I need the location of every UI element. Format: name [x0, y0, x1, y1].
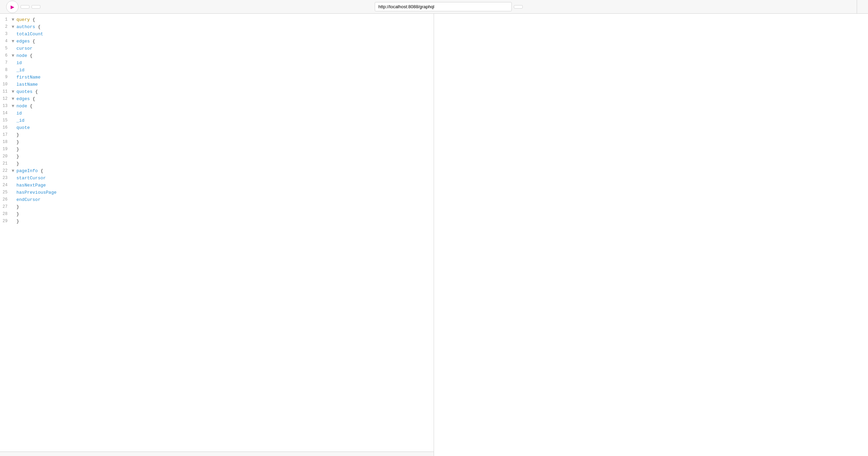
line-content: edges { [16, 38, 432, 45]
line-number: 6 [1, 52, 12, 59]
line-content: node { [16, 52, 432, 60]
query-line: 2▼authors { [0, 24, 434, 31]
query-line: 14 id [0, 110, 434, 117]
endpoint-input[interactable] [375, 2, 512, 11]
query-line: 26 endCursor [0, 196, 434, 204]
line-content: _id [16, 67, 432, 74]
line-number: 17 [1, 132, 12, 138]
query-editor[interactable]: 1▼query {2▼authors {3 totalCount4▼edges … [0, 14, 434, 452]
query-line: 13▼node { [0, 103, 434, 110]
line-number: 4 [1, 38, 12, 45]
fold-toggle[interactable]: ▼ [12, 168, 16, 175]
line-number: 27 [1, 204, 12, 210]
line-content: } [16, 153, 432, 160]
line-content: pageInfo { [16, 168, 432, 175]
query-line: 21 } [0, 160, 434, 168]
query-line: 10 lastName [0, 81, 434, 88]
query-line: 11▼quotes { [0, 88, 434, 96]
line-number: 13 [1, 103, 12, 109]
line-content: id [16, 60, 432, 67]
query-line: 6▼node { [0, 52, 434, 60]
line-content: lastName [16, 81, 432, 88]
history-button[interactable] [32, 5, 40, 9]
main-content: 1▼query {2▼authors {3 totalCount4▼edges … [0, 14, 868, 456]
line-content: node { [16, 103, 432, 110]
line-number: 20 [1, 153, 12, 160]
line-number: 24 [1, 182, 12, 189]
line-number: 3 [1, 31, 12, 37]
line-content: quote [16, 124, 432, 132]
query-line: 25 hasPreviousPage [0, 189, 434, 196]
result-panel[interactable] [434, 14, 868, 456]
line-number: 10 [1, 81, 12, 88]
line-content: } [16, 204, 432, 211]
fold-toggle[interactable]: ▼ [12, 103, 16, 110]
line-number: 22 [1, 168, 12, 174]
line-number: 26 [1, 196, 12, 203]
line-number: 19 [1, 146, 12, 153]
docs-button[interactable] [857, 0, 865, 13]
fold-toggle[interactable]: ▼ [12, 52, 16, 60]
query-line: 15 _id [0, 117, 434, 124]
line-number: 28 [1, 211, 12, 217]
line-content: } [16, 146, 432, 153]
line-content: query { [16, 16, 432, 24]
line-number: 8 [1, 67, 12, 73]
query-line: 20 } [0, 153, 434, 160]
line-content: } [16, 132, 432, 139]
fold-toggle[interactable]: ▼ [12, 24, 16, 31]
query-line: 12▼edges { [0, 96, 434, 103]
query-line: 18 } [0, 139, 434, 146]
fold-toggle[interactable]: ▼ [12, 38, 16, 45]
fold-toggle[interactable]: ▼ [12, 88, 16, 96]
header: ▶ [0, 0, 868, 14]
query-line: 8 _id [0, 67, 434, 74]
query-line: 4▼edges { [0, 38, 434, 45]
line-number: 21 [1, 160, 12, 167]
line-number: 9 [1, 74, 12, 81]
line-number: 12 [1, 96, 12, 102]
line-content: firstName [16, 74, 432, 81]
query-line: 5 cursor [0, 45, 434, 52]
line-number: 7 [1, 60, 12, 66]
line-content: } [16, 139, 432, 146]
query-variables-section[interactable] [0, 452, 434, 456]
line-number: 14 [1, 110, 12, 117]
query-line: 22▼pageInfo { [0, 168, 434, 175]
line-number: 25 [1, 189, 12, 196]
line-content: _id [16, 117, 432, 124]
query-line: 1▼query { [0, 16, 434, 24]
line-number: 16 [1, 124, 12, 131]
run-button[interactable]: ▶ [6, 1, 18, 13]
line-content: } [16, 160, 432, 168]
line-content: id [16, 110, 432, 117]
query-code: 1▼query {2▼authors {3 totalCount4▼edges … [0, 16, 434, 225]
query-line: 17 } [0, 132, 434, 139]
line-content: hasNextPage [16, 182, 432, 189]
line-content: cursor [16, 45, 432, 52]
line-content: hasPreviousPage [16, 189, 432, 196]
query-line: 28 } [0, 211, 434, 218]
line-content: startCursor [16, 175, 432, 182]
line-content: } [16, 218, 432, 225]
line-content: quotes { [16, 88, 432, 96]
query-editor-panel: 1▼query {2▼authors {3 totalCount4▼edges … [0, 14, 434, 456]
line-content: endCursor [16, 196, 432, 204]
line-number: 23 [1, 175, 12, 181]
line-number: 5 [1, 45, 12, 52]
fold-toggle[interactable]: ▼ [12, 16, 16, 24]
line-content: edges { [16, 96, 432, 103]
query-line: 27 } [0, 204, 434, 211]
query-line: 19 } [0, 146, 434, 153]
fold-toggle[interactable]: ▼ [12, 96, 16, 103]
line-number: 18 [1, 139, 12, 145]
line-content: authors { [16, 24, 432, 31]
prettify-button[interactable] [21, 5, 29, 9]
query-line: 23 startCursor [0, 175, 434, 182]
line-number: 29 [1, 218, 12, 225]
line-number: 11 [1, 88, 12, 95]
set-endpoint-button[interactable] [514, 5, 523, 9]
line-content: totalCount [16, 31, 432, 38]
query-line: 29 } [0, 218, 434, 225]
line-number: 2 [1, 24, 12, 30]
